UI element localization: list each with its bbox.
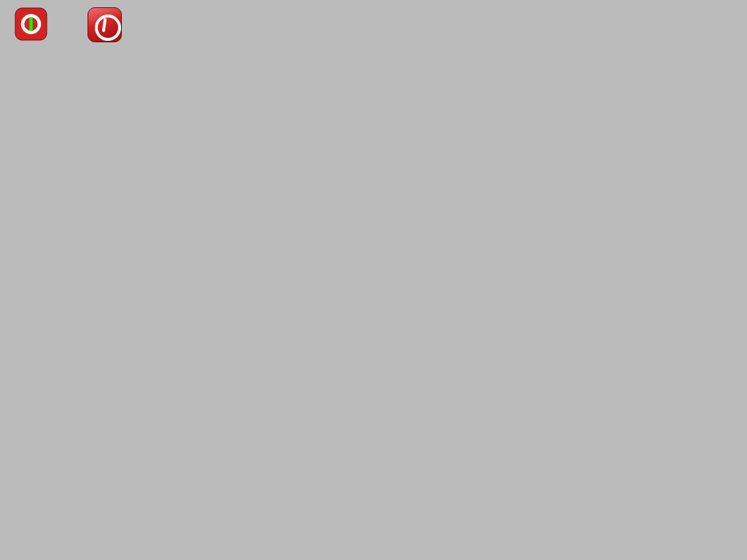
exit-icon-svg [15, 7, 47, 41]
exit-icon-css [88, 7, 122, 42]
